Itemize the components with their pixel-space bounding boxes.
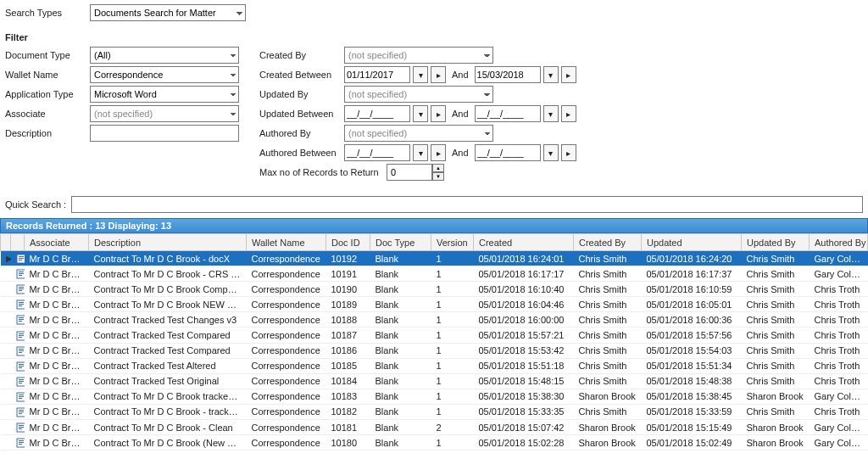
created-from-go-button[interactable]: ▸: [431, 66, 446, 83]
cell-authored-by: Chris Troth: [810, 358, 868, 373]
table-row[interactable]: Mr D C BrookContract To Mr D C Brook - C…: [1, 266, 868, 282]
word-document-icon: [16, 299, 25, 310]
col-updated-by[interactable]: Updated By: [742, 234, 810, 251]
cell-updated: 05/01/2018 15:02:49: [642, 435, 742, 451]
table-row[interactable]: Mr D C BrookContract To Mr D C Brook Com…: [1, 282, 868, 297]
svg-rect-1: [19, 256, 24, 257]
col-authored-by[interactable]: Authored By: [810, 234, 868, 251]
authored-to-input[interactable]: [475, 144, 541, 161]
authored-to-calendar-icon[interactable]: ▾: [543, 144, 559, 161]
updated-to-input[interactable]: [475, 105, 541, 122]
cell-description: Contract To Mr D C Brook - CRS works: [89, 266, 247, 282]
cell-associate: Mr D C Brook: [25, 358, 89, 373]
cell-created: 05/01/2018 15:57:21: [474, 327, 574, 343]
table-row[interactable]: Mr D C BrookContract To Mr D C Brook NEW…: [1, 297, 868, 312]
cell-description: Contract To Mr D C Brook (New Version): [89, 435, 247, 451]
svg-rect-26: [19, 350, 24, 351]
col-doc-id[interactable]: Doc ID: [326, 234, 370, 251]
cell-docid: 10192: [326, 251, 370, 266]
col-updated[interactable]: Updated: [642, 234, 742, 251]
application-type-select[interactable]: Microsoft Word: [90, 86, 239, 103]
cell-doctype: Blank: [370, 312, 431, 327]
results-table[interactable]: Associate Description Wallet Name Doc ID…: [0, 233, 868, 451]
authored-from-input[interactable]: [344, 144, 410, 161]
updated-to-go-button[interactable]: ▸: [561, 105, 576, 122]
wallet-name-select[interactable]: Correspondence: [90, 66, 239, 83]
cell-associate: Mr D C Brook: [25, 282, 89, 297]
search-types-select[interactable]: Documents Search for Matter: [90, 4, 246, 21]
created-from-input[interactable]: [344, 66, 410, 83]
table-row[interactable]: Mr D C BrookContract Tracked Test Change…: [1, 312, 868, 327]
table-row[interactable]: Mr D C BrookContract To Mr D C Brook - t…: [1, 404, 868, 419]
max-records-label: Max no of Records to Return: [259, 167, 387, 177]
svg-rect-17: [19, 317, 24, 318]
created-to-calendar-icon[interactable]: ▾: [543, 66, 559, 83]
col-associate[interactable]: Associate: [25, 234, 89, 251]
updated-from-go-button[interactable]: ▸: [431, 105, 446, 122]
max-records-input[interactable]: [387, 164, 432, 181]
cell-created: 05/01/2018 16:00:00: [474, 312, 574, 327]
cell-authored-by: Chris Troth: [810, 312, 868, 327]
word-document-icon: [16, 407, 25, 417]
authored-between-label: Authored Between: [259, 148, 344, 158]
authored-from-go-button[interactable]: ▸: [431, 144, 446, 161]
cell-description: Contract To Mr D C Brook - docX: [89, 251, 247, 266]
col-created[interactable]: Created: [474, 234, 574, 251]
max-records-up-button[interactable]: ▲: [432, 164, 444, 172]
col-doc-type[interactable]: Doc Type: [370, 234, 431, 251]
cell-associate: Mr D C Brook: [25, 266, 89, 282]
cell-created-by: Chris Smith: [574, 251, 642, 266]
max-records-down-button[interactable]: ▼: [432, 172, 444, 181]
cell-version: 1: [431, 251, 474, 266]
svg-rect-33: [19, 379, 24, 380]
description-input[interactable]: [90, 125, 239, 142]
col-created-by[interactable]: Created By: [574, 234, 642, 251]
cell-doctype: Blank: [370, 251, 431, 266]
cell-wallet: Correspondence: [247, 435, 326, 451]
cell-updated-by: Chris Smith: [742, 373, 810, 389]
col-description[interactable]: Description: [89, 234, 247, 251]
col-version[interactable]: Version: [431, 234, 474, 251]
created-by-select[interactable]: (not specified): [344, 47, 493, 64]
cell-version: 1: [431, 404, 474, 419]
quick-search-input[interactable]: [71, 196, 863, 213]
table-row[interactable]: ▶Mr D C BrookContract To Mr D C Brook - …: [1, 251, 868, 266]
table-row[interactable]: Mr D C BrookContract Tracked Test Compar…: [1, 343, 868, 358]
cell-updated-by: Chris Smith: [742, 404, 810, 419]
authored-from-calendar-icon[interactable]: ▾: [413, 144, 428, 161]
updated-from-input[interactable]: [344, 105, 410, 122]
cell-docid: 10183: [326, 389, 370, 404]
document-type-select[interactable]: (All): [90, 47, 239, 64]
authored-by-select[interactable]: (not specified): [344, 125, 493, 142]
updated-to-calendar-icon[interactable]: ▾: [543, 105, 559, 122]
cell-associate: Mr D C Brook: [25, 404, 89, 419]
created-from-calendar-icon[interactable]: ▾: [413, 66, 428, 83]
svg-rect-13: [19, 302, 24, 303]
cell-description: Contract Tracked Test Altered: [89, 358, 247, 373]
authored-to-go-button[interactable]: ▸: [561, 144, 576, 161]
word-document-icon: [16, 284, 25, 294]
cell-updated-by: Chris Smith: [742, 358, 810, 373]
cell-created: 05/01/2018 15:07:42: [474, 420, 574, 435]
updated-from-calendar-icon[interactable]: ▾: [413, 105, 428, 122]
table-row[interactable]: Mr D C BrookContract To Mr D C Brook (Ne…: [1, 435, 868, 451]
cell-authored-by: Gary Colclough: [810, 266, 868, 282]
updated-by-select[interactable]: (not specified): [344, 86, 493, 103]
created-to-input[interactable]: [475, 66, 541, 83]
table-row[interactable]: Mr D C BrookContract Tracked Test Origin…: [1, 373, 868, 389]
svg-rect-30: [19, 366, 24, 367]
cell-docid: 10184: [326, 373, 370, 389]
associate-select[interactable]: (not specified): [90, 105, 239, 122]
col-wallet-name[interactable]: Wallet Name: [247, 234, 326, 251]
and-label: And: [452, 109, 469, 119]
cell-version: 1: [431, 389, 474, 404]
table-row[interactable]: Mr D C BrookContract Tracked Test Compar…: [1, 327, 868, 343]
svg-rect-38: [19, 396, 24, 397]
table-row[interactable]: Mr D C BrookContract To Mr D C Brook - C…: [1, 420, 868, 435]
created-to-go-button[interactable]: ▸: [561, 66, 576, 83]
cell-description: Contract To Mr D C Brook tracked slb: [89, 389, 247, 404]
table-row[interactable]: Mr D C BrookContract To Mr D C Brook tra…: [1, 389, 868, 404]
table-row[interactable]: Mr D C BrookContract Tracked Test Altere…: [1, 358, 868, 373]
cell-wallet: Correspondence: [247, 420, 326, 435]
cell-updated-by: Sharon Brook: [742, 389, 810, 404]
